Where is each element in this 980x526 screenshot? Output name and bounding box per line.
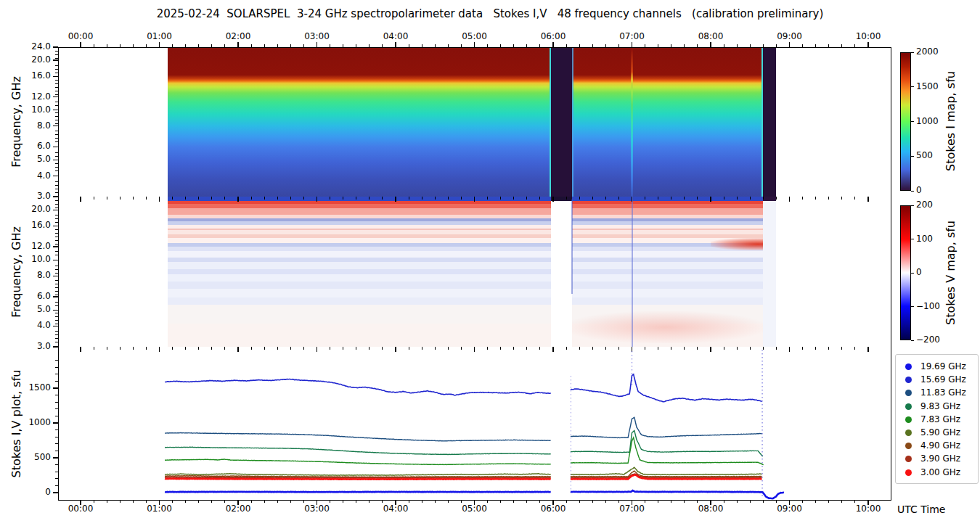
x-tick	[474, 500, 475, 505]
legend-item: 4.90 GHz	[896, 439, 978, 453]
v-end-dark-top	[763, 197, 776, 201]
x-tick	[317, 500, 317, 505]
x-tick	[632, 42, 632, 47]
legend-marker-dot	[905, 456, 912, 462]
map-v-ytick	[53, 210, 58, 210]
ylabel-stokes-v-map: Frequency, GHz	[9, 226, 23, 318]
x-tick	[552, 42, 553, 47]
v-map-stripe	[168, 297, 763, 305]
legend-marker-dot	[905, 363, 912, 370]
map-i-ytick	[53, 76, 58, 77]
colorbar-v-tick	[911, 306, 914, 307]
x-tick-label-bottom: 04:00	[374, 504, 417, 514]
stokes-i-data	[168, 48, 763, 197]
map-v-ytick	[53, 260, 58, 260]
colorbar-v-tick	[911, 340, 914, 341]
map-v-ytick	[53, 226, 58, 226]
colorbar-v-tick-label: 100	[916, 234, 933, 244]
map-i-ytick-label: 10.0	[23, 105, 51, 115]
legend-item: 9.83 GHz	[896, 400, 978, 414]
map-i-ytick	[53, 196, 58, 197]
colorbar-i-tick	[911, 191, 914, 192]
colorbar-i-tick-label: 0	[916, 186, 922, 195]
x-tick	[80, 42, 81, 47]
plot-ytick-label: 1500	[23, 383, 51, 393]
series-line-15-69-GHz	[165, 374, 761, 402]
v-map-stripe	[168, 262, 763, 269]
gap-edge-line	[550, 48, 551, 197]
map-i-ytick-label: 4.0	[23, 171, 51, 181]
series-line-5-90-GHz	[165, 467, 761, 475]
map-v-ytick-label: 10.0	[23, 255, 51, 264]
x-tick	[867, 42, 868, 47]
map-i-ytick	[53, 147, 58, 147]
plot-ytick	[53, 492, 58, 493]
legend-item-label: 7.83 GHz	[920, 414, 960, 424]
plot-ytick	[53, 422, 58, 423]
x-tick-label-bottom: 00:00	[59, 504, 102, 514]
map-i-ytick	[53, 59, 58, 60]
v-gap-band	[551, 197, 572, 347]
x-tick-label-bottom: 01:00	[138, 504, 181, 514]
v-map-stripe	[168, 238, 763, 243]
map-i-ytick-label: 6.0	[23, 141, 51, 151]
x-tick-label-bottom: 09:00	[768, 504, 812, 514]
x-tick-label-bottom: 03:00	[295, 504, 339, 514]
map-i-ytick	[53, 160, 58, 160]
series-line-19-69-GHz	[165, 490, 784, 498]
legend-marker-dot	[905, 416, 912, 423]
legend-marker-dot	[905, 469, 912, 476]
x-tick	[159, 42, 160, 47]
series-line-7-83-GHz	[165, 437, 764, 464]
map-v-ytick	[53, 276, 58, 276]
series-line-11-83-GHz	[165, 417, 761, 441]
map-v-ytick-label: 6.0	[23, 292, 51, 301]
x-tick-label-top: 05:00	[453, 32, 497, 41]
map-v-ytick-label: 8.0	[23, 271, 51, 280]
stokes-i-colorbar	[900, 52, 911, 191]
legend-box: 19.69 GHz15.69 GHz11.83 GHz9.83 GHz7.83 …	[895, 354, 979, 484]
x-tick-label-top: 02:00	[216, 32, 260, 41]
legend-item-label: 3.90 GHz	[920, 453, 960, 464]
map-v-ytick-label: 16.0	[23, 221, 51, 230]
colorbar-i-tick	[911, 52, 914, 53]
legend-item: 5.90 GHz	[896, 426, 978, 440]
colorbar-v-tick-label: −100	[916, 302, 940, 311]
plot-ytick-label: 1000	[23, 418, 51, 427]
colorbar-i-tick-label: 1500	[916, 82, 939, 91]
x-tick	[395, 42, 396, 47]
flare-streak	[631, 48, 633, 197]
map-v-ytick	[53, 310, 58, 311]
v-red-blob	[711, 238, 764, 250]
legend-item-label: 3.00 GHz	[920, 467, 960, 477]
x-tick-label-top: 07:00	[611, 32, 654, 41]
x-tick	[789, 500, 790, 505]
v-map-stripe	[168, 289, 763, 297]
stokes-v-colorbar	[900, 205, 911, 340]
legend-item-label: 5.90 GHz	[920, 427, 960, 437]
colorbar-v-tick	[911, 205, 914, 206]
v-end-tail	[763, 197, 776, 347]
x-tick-label-top: 01:00	[138, 32, 181, 41]
x-tick-label-top: 06:00	[531, 32, 575, 41]
colorbar-v-label: Stokes V map, sfu	[944, 221, 957, 325]
legend-item: 19.69 GHz	[896, 360, 978, 374]
legend-item-label: 11.83 GHz	[920, 387, 966, 398]
x-tick-label-bottom: 10:00	[846, 504, 890, 514]
map-i-ytick	[53, 176, 58, 176]
v-map-stripe	[168, 282, 763, 289]
end-band	[763, 48, 776, 197]
xlabel-utc-time: UTC Time	[897, 504, 945, 515]
x-tick-label-top: 09:00	[768, 32, 812, 41]
v-map-stripe	[168, 274, 763, 282]
map-i-ytick-label: 20.0	[23, 55, 51, 65]
legend-marker-dot	[905, 390, 912, 396]
x-tick	[237, 42, 238, 47]
colorbar-i-tick	[911, 86, 914, 87]
v-gap-dark-top	[551, 197, 572, 201]
x-tick-label-bottom: 05:00	[453, 504, 497, 514]
x-tick	[632, 500, 632, 505]
x-tick-label-bottom: 07:00	[611, 504, 654, 514]
x-tick-label-top: 10:00	[846, 32, 890, 41]
map-i-ytick	[53, 110, 58, 110]
